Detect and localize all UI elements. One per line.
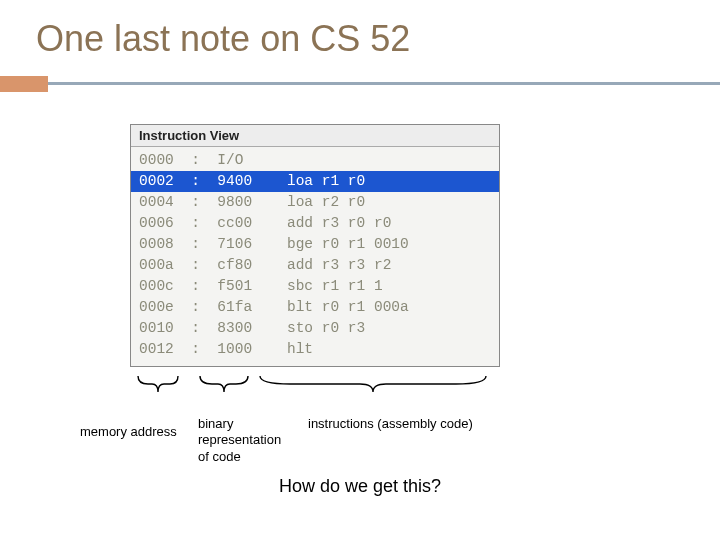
code-row[interactable]: 0004 : 9800 loa r2 r0 xyxy=(131,192,499,213)
divider xyxy=(0,76,720,92)
label-binary-representation: binaryrepresentationof code xyxy=(198,416,298,465)
brace-svg xyxy=(0,370,720,416)
divider-accent xyxy=(0,76,48,92)
code-row[interactable]: 0010 : 8300 sto r0 r3 xyxy=(131,318,499,339)
slide-title: One last note on CS 52 xyxy=(0,0,720,60)
question-text: How do we get this? xyxy=(0,476,720,497)
label-memory-address: memory address xyxy=(80,424,190,439)
code-row[interactable]: 000c : f501 sbc r1 r1 1 xyxy=(131,276,499,297)
code-row[interactable]: 000e : 61fa blt r0 r1 000a xyxy=(131,297,499,318)
code-row[interactable]: 0002 : 9400 loa r1 r0 xyxy=(131,171,499,192)
instruction-view-panel: Instruction View 0000 : I/O 0002 : 9400 … xyxy=(130,124,500,367)
brace-group xyxy=(0,370,720,420)
code-listing: 0000 : I/O 0002 : 9400 loa r1 r00004 : 9… xyxy=(131,147,499,366)
code-row[interactable]: 0012 : 1000 hlt xyxy=(131,339,499,360)
code-row[interactable]: 0000 : I/O xyxy=(131,150,499,171)
label-instructions: instructions (assembly code) xyxy=(308,416,528,431)
panel-header: Instruction View xyxy=(131,125,499,147)
divider-line xyxy=(0,82,720,85)
code-row[interactable]: 0008 : 7106 bge r0 r1 0010 xyxy=(131,234,499,255)
code-row[interactable]: 000a : cf80 add r3 r3 r2 xyxy=(131,255,499,276)
code-row[interactable]: 0006 : cc00 add r3 r0 r0 xyxy=(131,213,499,234)
